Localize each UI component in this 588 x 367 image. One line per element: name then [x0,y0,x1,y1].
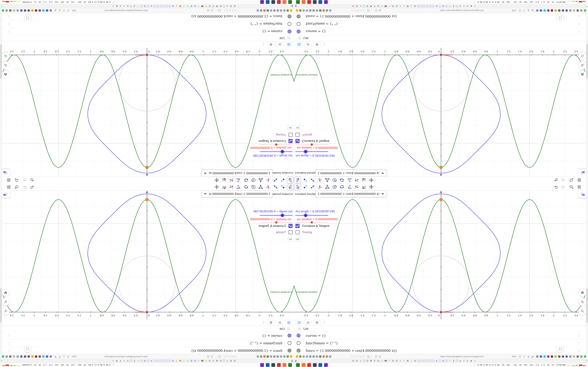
line-tool-button[interactable] [272,177,279,183]
extension-icon[interactable] [27,9,30,12]
polygon-tool-button[interactable] [258,184,264,190]
folder-icon[interactable] [367,355,370,358]
arc-position-slider-label[interactable]: arc position = 0.000000000000 [297,146,338,150]
extension-icon[interactable] [309,9,311,12]
bookmark-favicon[interactable] [423,5,425,7]
bookmark-favicon[interactable] [456,360,458,362]
move-view-tool-button[interactable] [368,177,374,183]
bookmark-favicon[interactable]: ▲ [410,5,413,7]
page-scrollbar[interactable] [0,184,2,354]
algebra-menu-kebab-icon[interactable]: ⋮ [322,43,326,46]
bookmark-favicon[interactable]: Я [369,360,372,362]
extension-icon[interactable] [13,355,15,358]
plot-canvas[interactable]: -2.4-2.2-2-1.8-1.6-1.4-1.2-1-0.8-0.6-0.4… [294,48,588,176]
ellipse-tool-button[interactable] [338,177,345,183]
extension-icon[interactable] [580,9,583,12]
bookmark-favicon[interactable]: Я [216,5,219,7]
arc-length-slider-label[interactable]: Arc length = 6.283185307180 [253,154,293,157]
extension-icon[interactable] [540,355,542,358]
extension-icon[interactable] [17,355,19,358]
bookmark-favicon[interactable]: ● [359,5,362,7]
taskbar-app-icon[interactable] [266,363,269,367]
arc-length-slider-thumb[interactable] [281,150,284,153]
slider-tool-button[interactable]: a=2 [221,184,227,190]
visibility-toggle-icon[interactable] [287,349,291,352]
extension-icon[interactable] [263,9,266,12]
extension-icon[interactable] [322,355,325,358]
page-action-icon[interactable] [232,10,234,12]
extension-icon[interactable] [31,9,34,12]
collapse-list-button[interactable]: − [298,36,301,40]
bookmark-favicon[interactable]: Я [179,360,182,362]
extension-icon[interactable] [20,9,23,12]
bookmark-favicon[interactable] [130,5,132,7]
bookmark-favicon[interactable] [163,360,165,362]
algebra-menu-kebab-icon[interactable]: ⋮ [322,321,326,324]
chevron-up-icon[interactable]: ^ [586,5,587,8]
extension-icon[interactable] [562,355,564,358]
bookmark-favicon[interactable] [420,5,423,7]
bookmark-favicon[interactable] [426,5,428,7]
reflect-tool-button[interactable] [353,177,360,183]
bookmark-favicon[interactable]: G [208,360,211,362]
taskbar-app-icon[interactable] [324,363,328,367]
extension-icon[interactable] [283,355,285,358]
bookmark-favicon[interactable]: ● [462,360,465,362]
page-action-icon[interactable] [351,356,353,357]
page-action-icon[interactable] [226,10,228,12]
bookmark-favicon[interactable] [147,5,149,7]
bookmark-favicon[interactable]: Я [179,5,182,7]
bookmark-favicon[interactable]: G [208,5,211,7]
chevron-up-icon[interactable]: ^ [1,359,2,362]
scrollbar-thumb[interactable] [587,288,588,323]
bookmark-favicon[interactable]: ● [115,360,118,362]
bookmark-favicon[interactable] [423,360,425,362]
url-text[interactable]: https://www.geogebra.org/classic/aagcxh3… [104,9,148,12]
taskbar-app-icon[interactable] [307,363,311,367]
taskbar-app-icon[interactable] [319,363,322,367]
bookmark-favicon[interactable]: ● [123,360,126,362]
bookmark-favicon[interactable] [160,360,162,362]
bookmark-favicon[interactable]: ● [119,360,122,362]
extension-icon[interactable] [319,355,321,358]
bookmark-favicon[interactable]: ● [466,360,469,362]
folder-icon[interactable] [218,355,221,358]
bookmark-favicon[interactable]: ● [126,360,129,362]
main-menu-button[interactable] [576,184,582,190]
visibility-toggle-icon[interactable] [287,15,291,18]
extension-icon[interactable] [38,9,41,12]
bookmark-favicon[interactable] [130,360,132,362]
extension-icon[interactable] [42,355,45,358]
zoom-out-icon[interactable] [2,52,9,60]
bookmark-favicon[interactable]: G [194,360,197,362]
visibility-toggle-icon[interactable] [297,30,301,33]
bookmark-favicon[interactable]: G [391,360,394,362]
bookmark-favicon[interactable]: * [197,360,200,362]
extension-icon[interactable] [9,9,12,12]
point-tool-button[interactable]: A [280,177,286,183]
bookmark-favicon[interactable]: * [448,5,451,7]
bookmark-favicon[interactable] [165,5,168,7]
bookmark-favicon[interactable]: G [442,360,445,362]
algebra-row-curves[interactable]: curves = {} ⋮ [0,28,294,35]
chevron-up-icon[interactable]: ^ [586,359,587,362]
bookmark-favicon[interactable]: G [205,5,208,7]
bookmark-favicon[interactable]: W [201,360,204,362]
bookmark-favicon[interactable]: W [384,5,387,7]
algebra-row-funcs[interactable]: funcs = {1.000000000000 + cos(4.00000000… [0,347,294,354]
extension-icon[interactable] [551,9,553,12]
move-view-tool-button[interactable] [214,184,220,190]
bookmark-favicon[interactable]: ▲ [410,360,413,362]
taskbar-app-icon[interactable] [283,0,286,4]
bookmark-favicon[interactable]: G [190,360,193,362]
algebra-row-curves[interactable]: curves = {} ⋮ [294,332,588,339]
row-menu-kebab-icon[interactable]: ⋮ [577,341,580,345]
taskbar-app-icon[interactable] [324,0,328,4]
visibility-toggle-icon[interactable] [287,341,291,345]
scrollbar-thumb[interactable] [587,44,588,79]
ellipse-tool-button[interactable] [243,177,250,183]
bookmark-favicon[interactable]: i [403,5,406,7]
curvature-tangent-checkbox[interactable]: Curvature & Tangent [295,224,329,228]
curvature-value-point[interactable] [146,166,148,169]
bookmark-favicon[interactable] [432,360,434,362]
